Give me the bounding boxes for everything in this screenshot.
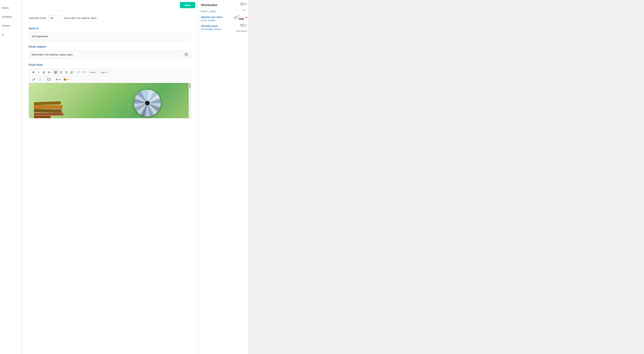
separator-2	[75, 70, 75, 74]
sms-status-dot	[246, 17, 247, 18]
email-subject-section: Email subject	[29, 45, 191, 59]
svg-rect-5	[55, 72, 56, 72]
svg-rect-0	[185, 53, 186, 54]
editor-toolbar-row1: B I U S	[29, 69, 191, 76]
sms-row: l SMS	[234, 14, 247, 21]
add-link[interactable]: Ad...	[242, 9, 247, 11]
sms-mail-icon	[234, 16, 238, 19]
bold-button[interactable]: B	[31, 70, 36, 75]
svg-rect-10	[60, 73, 62, 73]
italic-button[interactable]: I	[36, 70, 41, 75]
unlink-button[interactable]: 🔗	[37, 77, 43, 82]
svg-text:2.: 2.	[77, 72, 78, 73]
text-color-button[interactable]: A ▾	[55, 77, 62, 81]
svg-rect-30	[241, 3, 244, 5]
editor-content[interactable]	[29, 83, 191, 118]
send-to-dropdown[interactable]: All Registrants ···	[29, 32, 191, 40]
shortcodes-title: Shortcodes	[201, 3, 232, 7]
email-body-image	[29, 83, 191, 118]
edit-icon	[245, 3, 247, 5]
right-edge-mail-1[interactable]	[240, 3, 247, 5]
link-button[interactable]: 🔗	[31, 77, 36, 82]
shortcode-last-name: Attendee last name {LAST_NAME}	[201, 16, 232, 22]
svg-text:1.: 1.	[77, 71, 78, 72]
align-justify-button[interactable]	[69, 70, 74, 75]
hours-input[interactable]	[48, 15, 62, 21]
send-timing-row: Send this email hours after the webinar …	[29, 15, 191, 21]
svg-rect-12	[65, 71, 68, 72]
separator-1	[52, 70, 52, 74]
sms-label: l SMS	[238, 14, 245, 21]
svg-point-24	[82, 71, 83, 72]
ordered-list-button[interactable]: 1. 2.	[76, 70, 81, 75]
scrollbar-thumb	[189, 83, 191, 88]
shortcode-email-code[interactable]: {ATTENDEE_EMAIL}	[201, 28, 232, 30]
email-subject-label: Email subject	[29, 45, 191, 48]
align-center-icon	[60, 71, 62, 74]
size-arrow: ▾	[106, 71, 106, 74]
right-edge-panel: Ad... l SMS and services	[235, 0, 248, 354]
mail-icon-2	[240, 24, 244, 27]
svg-point-26	[82, 72, 83, 73]
save-button[interactable]: Save	[180, 2, 195, 8]
shortcodes-panel: Shortcodes {FIRST_NAME} Attendee last na…	[198, 0, 235, 354]
sidebar-item-other[interactable]: g	[0, 30, 22, 39]
svg-rect-14	[65, 73, 68, 73]
shortcode-first-name-code[interactable]: {FIRST_NAME}	[201, 10, 232, 13]
chevron-down-icon-2: ▾	[66, 79, 67, 80]
align-left-button[interactable]	[53, 70, 58, 75]
svg-rect-9	[60, 72, 62, 72]
chevron-down-icon: ▾	[58, 79, 58, 80]
shortcode-last-name-code[interactable]: {LAST_NAME}	[201, 19, 232, 22]
sidebar-item-registrants[interactable]: istrants	[0, 21, 22, 30]
send-to-label: Send to	[29, 27, 191, 30]
svg-rect-3	[186, 55, 188, 56]
edit-icon-2	[245, 24, 247, 26]
subject-shortcodes-button[interactable]	[184, 52, 188, 56]
align-right-icon	[65, 71, 68, 74]
svg-rect-28	[47, 78, 50, 80]
bg-color-button[interactable]: A ▾	[62, 77, 70, 81]
shortcode-email-label: Attendee email	[201, 25, 232, 27]
svg-rect-19	[70, 73, 73, 74]
size-dropdown[interactable]: Size ▾	[99, 70, 108, 74]
font-dropdown[interactable]: Font ▾	[88, 70, 97, 74]
svg-rect-4	[55, 71, 57, 72]
align-right-button[interactable]	[64, 70, 69, 75]
send-to-section: Send to All Registrants ···	[29, 27, 191, 40]
text-color-underline	[59, 79, 61, 80]
svg-rect-15	[66, 73, 68, 74]
right-edge-mail-2[interactable]	[240, 24, 247, 27]
text-color-label: A	[56, 78, 58, 81]
editor-scrollbar[interactable]	[188, 83, 191, 118]
underline-button[interactable]: U	[41, 70, 46, 75]
separator-5	[44, 78, 44, 81]
align-center-button[interactable]	[58, 70, 64, 75]
image-icon	[47, 78, 51, 81]
ordered-list-icon: 1. 2.	[77, 71, 80, 74]
svg-rect-27	[83, 72, 85, 73]
editor-toolbar-row2: 🔗 🔗 A ▾	[29, 76, 191, 83]
svg-rect-16	[70, 71, 73, 72]
subject-input[interactable]	[32, 53, 184, 56]
email-body-section: Email body B I U S	[29, 63, 191, 118]
svg-rect-17	[70, 72, 73, 72]
sidebar-item-webinars[interactable]: binars	[0, 3, 22, 12]
font-arrow: ▾	[94, 71, 96, 74]
font-label: Font	[90, 71, 94, 74]
dots-menu-icon[interactable]: ···	[184, 34, 188, 38]
align-justify-icon	[70, 71, 73, 74]
insert-image-button[interactable]	[46, 77, 52, 82]
separator-4	[98, 70, 98, 74]
shortcode-first-name: {FIRST_NAME}	[201, 10, 232, 13]
shortcodes-icon	[184, 52, 188, 56]
unordered-list-button[interactable]	[81, 70, 86, 75]
svg-rect-25	[83, 71, 85, 72]
sidebar-item-analytics[interactable]: Analytics	[0, 12, 22, 21]
modal-body: Send this email hours after the webinar …	[22, 10, 198, 128]
strikethrough-button[interactable]: S	[46, 70, 52, 75]
mail-icon	[240, 3, 244, 5]
svg-rect-6	[55, 73, 57, 73]
svg-rect-1	[186, 53, 188, 54]
bg-color-underline	[68, 79, 70, 80]
